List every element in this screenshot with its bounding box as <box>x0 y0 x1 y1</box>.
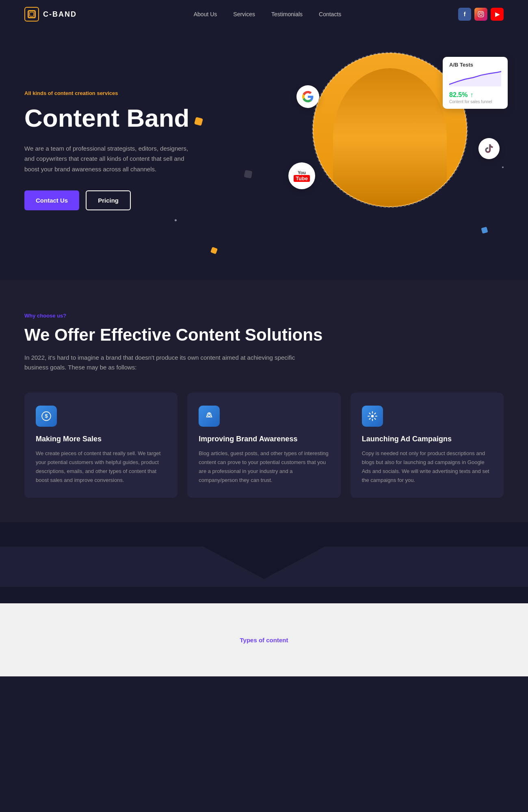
navigation: C-BAND About Us Services Testimonials Co… <box>0 0 528 28</box>
card-sales-desc: We create pieces of content that really … <box>36 449 166 485</box>
nav-testimonials[interactable]: Testimonials <box>271 11 303 17</box>
svg-point-8 <box>371 415 374 418</box>
instagram-icon[interactable] <box>474 8 487 21</box>
hero-content: All kinds of content creation services C… <box>24 90 199 211</box>
card-sales-icon: $ <box>36 406 57 427</box>
card-sales: $ Making More Sales We create pieces of … <box>24 393 177 498</box>
types-section: Types of content <box>0 603 528 676</box>
nav-links: About Us Services Testimonials Contacts <box>194 11 342 17</box>
card-ads-title: Launching Ad Campaigns <box>362 435 492 443</box>
logo-icon <box>24 7 39 22</box>
card-brand-desc: Blog articles, guest posts, and other ty… <box>199 449 329 485</box>
svg-point-4 <box>482 12 483 13</box>
hero-buttons: Contact Us Pricing <box>24 190 199 210</box>
banner-section <box>0 522 528 603</box>
person-body <box>333 68 447 206</box>
card-sales-title: Making More Sales <box>36 435 166 443</box>
contact-us-button[interactable]: Contact Us <box>24 190 79 210</box>
nav-about[interactable]: About Us <box>194 11 217 17</box>
card-ads-desc: Copy is needed not only for product desc… <box>362 449 492 485</box>
ab-card-chart <box>449 70 501 86</box>
tiktok-icon <box>478 138 500 159</box>
types-label: Types of content <box>240 637 288 644</box>
brand-name: C-BAND <box>43 10 77 19</box>
pricing-button[interactable]: Pricing <box>86 190 131 210</box>
card-brand: Improving Brand Awareness Blog articles,… <box>187 393 340 498</box>
ab-card-title: A/B Tests <box>449 62 501 68</box>
social-icons: f ▶ <box>458 8 504 21</box>
ab-card-sub: Content for sales funnel <box>449 99 501 104</box>
service-cards-grid: $ Making More Sales We create pieces of … <box>24 393 504 498</box>
dot-4 <box>175 219 177 221</box>
nav-contacts[interactable]: Contacts <box>319 11 341 17</box>
youtube-float-icon: You Tube <box>288 162 315 189</box>
card-ads-icon <box>362 406 383 427</box>
facebook-icon[interactable]: f <box>458 8 471 21</box>
deco-sq-3 <box>244 170 253 179</box>
svg-rect-0 <box>28 11 35 18</box>
logo[interactable]: C-BAND <box>24 7 77 22</box>
nav-services[interactable]: Services <box>233 11 255 17</box>
svg-marker-9 <box>0 546 528 587</box>
google-icon <box>296 85 319 108</box>
hero-title: Content Band <box>24 104 199 132</box>
card-ads: Launching Ad Campaigns Copy is needed no… <box>351 393 504 498</box>
card-brand-icon <box>199 406 220 427</box>
why-title: We Offer Effective Content Solutions <box>24 325 504 345</box>
hero-section: All kinds of content creation services C… <box>0 28 528 280</box>
ab-test-card: A/B Tests 82.5% ↑ Content for sales funn… <box>443 57 508 109</box>
why-section: Why choose us? We Offer Effective Conten… <box>0 280 528 522</box>
ab-trend: ↑ <box>470 91 474 98</box>
youtube-icon[interactable]: ▶ <box>491 8 504 21</box>
ab-percentage: 82.5% <box>449 91 467 98</box>
hero-description: We are a team of professional strategist… <box>24 143 199 175</box>
svg-point-3 <box>480 13 483 16</box>
hero-illustration: A/B Tests 82.5% ↑ Content for sales funn… <box>264 45 508 264</box>
svg-rect-1 <box>30 12 34 16</box>
ab-card-value: 82.5% ↑ <box>449 89 501 99</box>
why-description: In 2022, it's hard to imagine a brand th… <box>24 353 309 372</box>
deco-sq-2 <box>210 247 218 254</box>
svg-rect-2 <box>478 11 483 17</box>
hero-subtitle: All kinds of content creation services <box>24 90 199 96</box>
card-brand-title: Improving Brand Awareness <box>199 435 329 443</box>
svg-text:$: $ <box>45 413 48 419</box>
why-subtitle: Why choose us? <box>24 313 504 319</box>
